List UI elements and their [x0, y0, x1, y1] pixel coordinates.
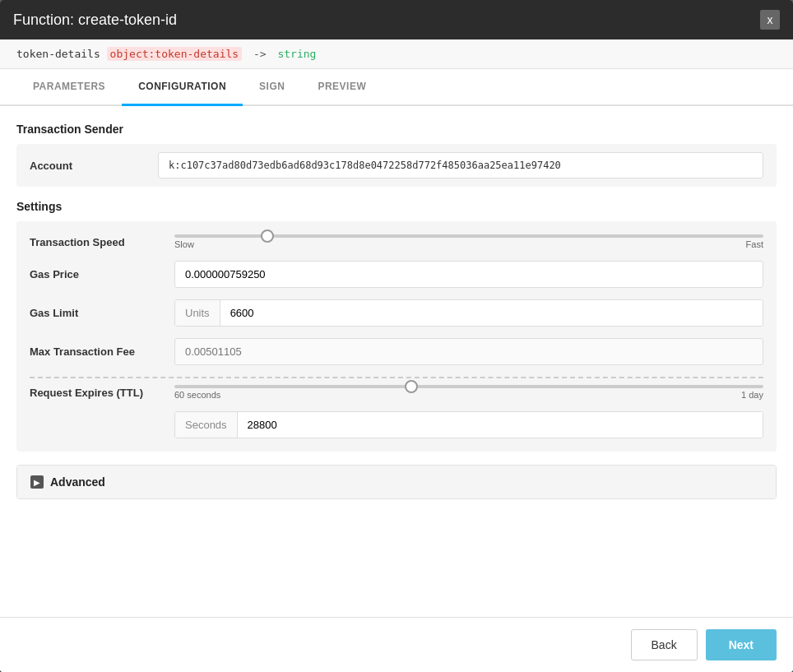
account-row: Account — [30, 152, 763, 178]
max-fee-label: Max Transaction Fee — [30, 345, 161, 358]
gas-limit-label: Gas Limit — [30, 307, 161, 319]
ttl-label: Request Expires (TTL) — [30, 387, 161, 399]
ttl-label-min: 60 seconds — [174, 390, 220, 400]
gas-price-label: Gas Price — [30, 268, 161, 280]
transaction-speed-label: Transaction Speed — [30, 236, 161, 248]
max-fee-row: Max Transaction Fee — [30, 338, 763, 365]
settings-divider — [30, 377, 763, 378]
ttl-slider-labels: 60 seconds 1 day — [174, 390, 763, 400]
max-fee-input[interactable] — [174, 338, 763, 365]
transaction-speed-slider-container: Slow Fast — [174, 234, 763, 249]
account-section: Account — [16, 144, 777, 187]
gas-price-row: Gas Price — [30, 261, 763, 288]
tabs-container: PARAMETERS CONFIGURATION SIGN PREVIEW — [0, 69, 793, 106]
modal-body: Transaction Sender Account Settings Tran… — [0, 106, 793, 617]
gas-price-input[interactable] — [174, 261, 763, 288]
ttl-row: Request Expires (TTL) 60 seconds 1 day — [30, 385, 763, 400]
account-input[interactable] — [158, 152, 763, 178]
close-button[interactable]: x — [760, 10, 780, 30]
tab-sign[interactable]: SIGN — [243, 69, 301, 106]
settings-section: Settings Transaction Speed Slow Fast — [16, 200, 777, 452]
subheader-return: string — [277, 48, 316, 60]
modal-title: Function: create-token-id — [13, 12, 177, 29]
seconds-prefix: Seconds — [175, 412, 238, 438]
ttl-slider[interactable] — [174, 385, 763, 388]
seconds-input-wrapper: Seconds — [174, 411, 763, 438]
ttl-label-max: 1 day — [741, 390, 763, 400]
ttl-slider-container: 60 seconds 1 day — [174, 385, 763, 400]
advanced-header[interactable]: ▶ Advanced — [17, 466, 776, 498]
subheader: token-details object:token-details -> st… — [0, 39, 793, 69]
transaction-speed-slider[interactable] — [174, 234, 763, 238]
subheader-param: token-details — [16, 48, 100, 60]
gas-limit-input[interactable] — [220, 300, 763, 326]
subheader-arrow: -> — [253, 48, 267, 60]
modal-header: Function: create-token-id x — [0, 0, 793, 39]
modal-container: Function: create-token-id x token-detail… — [0, 0, 793, 672]
subheader-type: object:token-details — [107, 47, 243, 61]
transaction-speed-row: Transaction Speed Slow Fast — [30, 234, 763, 249]
speed-label-fast: Fast — [746, 239, 763, 249]
transaction-sender-title: Transaction Sender — [16, 123, 777, 136]
advanced-title: Advanced — [50, 475, 105, 489]
account-label: Account — [30, 160, 145, 172]
seconds-row: Seconds — [30, 411, 763, 438]
transaction-speed-labels: Slow Fast — [174, 239, 763, 249]
advanced-toggle-icon: ▶ — [30, 475, 44, 489]
gas-limit-prefix: Units — [175, 300, 220, 326]
tab-preview[interactable]: PREVIEW — [301, 69, 383, 106]
settings-title: Settings — [16, 200, 777, 213]
tab-configuration[interactable]: CONFIGURATION — [122, 69, 243, 106]
seconds-input[interactable] — [238, 412, 763, 438]
advanced-section: ▶ Advanced — [16, 465, 777, 499]
modal-footer: Back Next — [0, 617, 793, 672]
tab-parameters[interactable]: PARAMETERS — [16, 69, 122, 106]
back-button[interactable]: Back — [631, 629, 698, 660]
settings-box: Transaction Speed Slow Fast Gas Price — [16, 221, 777, 452]
gas-limit-row: Gas Limit Units — [30, 299, 763, 327]
gas-limit-input-wrapper: Units — [174, 299, 763, 327]
transaction-sender-section: Transaction Sender Account — [16, 123, 777, 187]
speed-label-slow: Slow — [174, 239, 194, 249]
next-button[interactable]: Next — [706, 629, 777, 660]
